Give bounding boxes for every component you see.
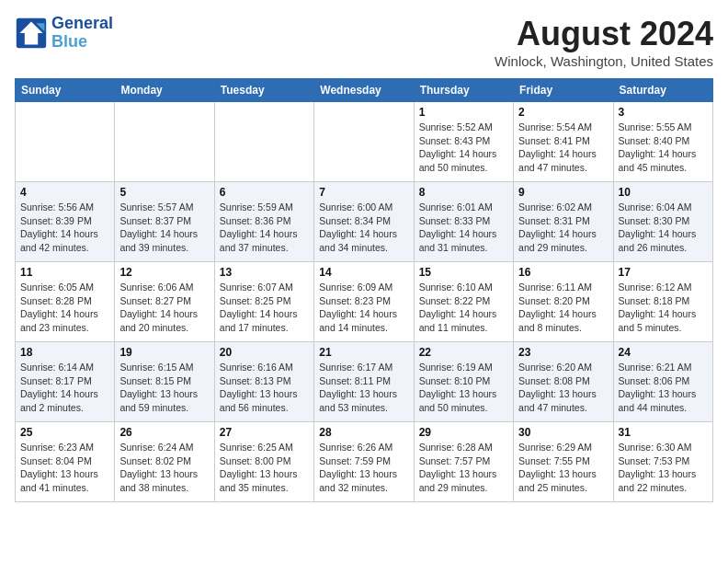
- day-number: 21: [319, 346, 408, 359]
- calendar-cell: 14Sunrise: 6:09 AMSunset: 8:23 PMDayligh…: [314, 262, 414, 342]
- calendar-cell: 23Sunrise: 6:20 AMSunset: 8:08 PMDayligh…: [514, 342, 613, 422]
- day-number: 25: [20, 426, 109, 439]
- calendar-cell: 9Sunrise: 6:02 AMSunset: 8:31 PMDaylight…: [514, 182, 613, 262]
- day-number: 13: [220, 266, 309, 279]
- day-info: Sunrise: 6:10 AMSunset: 8:22 PMDaylight:…: [419, 281, 508, 335]
- calendar-cell: 25Sunrise: 6:23 AMSunset: 8:04 PMDayligh…: [16, 422, 115, 502]
- day-number: 11: [20, 266, 109, 279]
- day-number: 8: [419, 186, 508, 199]
- day-number: 20: [220, 346, 309, 359]
- calendar-week-row: 25Sunrise: 6:23 AMSunset: 8:04 PMDayligh…: [16, 422, 713, 502]
- calendar-table: SundayMondayTuesdayWednesdayThursdayFrid…: [15, 78, 713, 502]
- day-info: Sunrise: 5:54 AMSunset: 8:41 PMDaylight:…: [518, 121, 608, 175]
- page-header: General Blue August 2024 Winlock, Washin…: [15, 15, 713, 69]
- calendar-cell: 24Sunrise: 6:21 AMSunset: 8:06 PMDayligh…: [613, 342, 712, 422]
- logo: General Blue: [15, 15, 113, 52]
- calendar-cell: 8Sunrise: 6:01 AMSunset: 8:33 PMDaylight…: [414, 182, 513, 262]
- day-info: Sunrise: 6:14 AMSunset: 8:17 PMDaylight:…: [20, 361, 109, 415]
- day-number: 17: [619, 266, 708, 279]
- day-info: Sunrise: 6:09 AMSunset: 8:23 PMDaylight:…: [319, 281, 408, 335]
- calendar-cell: 20Sunrise: 6:16 AMSunset: 8:13 PMDayligh…: [214, 342, 313, 422]
- calendar-cell: 11Sunrise: 6:05 AMSunset: 8:28 PMDayligh…: [16, 262, 115, 342]
- day-number: 23: [518, 346, 608, 359]
- calendar-week-row: 1Sunrise: 5:52 AMSunset: 8:43 PMDaylight…: [16, 102, 713, 182]
- calendar-cell: 15Sunrise: 6:10 AMSunset: 8:22 PMDayligh…: [414, 262, 513, 342]
- calendar-week-row: 18Sunrise: 6:14 AMSunset: 8:17 PMDayligh…: [16, 342, 713, 422]
- day-number: 10: [619, 186, 708, 199]
- day-info: Sunrise: 6:15 AMSunset: 8:15 PMDaylight:…: [119, 361, 209, 415]
- calendar-cell: 21Sunrise: 6:17 AMSunset: 8:11 PMDayligh…: [314, 342, 414, 422]
- logo-text: General Blue: [51, 15, 113, 52]
- day-info: Sunrise: 6:00 AMSunset: 8:34 PMDaylight:…: [319, 201, 408, 255]
- day-number: 3: [619, 106, 708, 119]
- weekday-header-row: SundayMondayTuesdayWednesdayThursdayFrid…: [16, 79, 713, 102]
- location: Winlock, Washington, United States: [495, 53, 713, 69]
- day-info: Sunrise: 6:05 AMSunset: 8:28 PMDaylight:…: [20, 281, 109, 335]
- calendar-cell: 3Sunrise: 5:55 AMSunset: 8:40 PMDaylight…: [613, 102, 712, 182]
- weekday-header: Sunday: [16, 79, 115, 102]
- day-number: 7: [319, 186, 408, 199]
- day-info: Sunrise: 6:17 AMSunset: 8:11 PMDaylight:…: [319, 361, 408, 415]
- title-block: August 2024 Winlock, Washington, United …: [495, 15, 713, 69]
- day-number: 28: [319, 426, 408, 439]
- day-info: Sunrise: 5:52 AMSunset: 8:43 PMDaylight:…: [419, 121, 508, 175]
- day-info: Sunrise: 6:06 AMSunset: 8:27 PMDaylight:…: [119, 281, 209, 335]
- calendar-cell: 27Sunrise: 6:25 AMSunset: 8:00 PMDayligh…: [214, 422, 313, 502]
- weekday-header: Friday: [514, 79, 613, 102]
- day-number: 5: [119, 186, 209, 199]
- day-info: Sunrise: 6:02 AMSunset: 8:31 PMDaylight:…: [518, 201, 608, 255]
- day-info: Sunrise: 5:57 AMSunset: 8:37 PMDaylight:…: [119, 201, 209, 255]
- day-info: Sunrise: 6:29 AMSunset: 7:55 PMDaylight:…: [518, 441, 608, 495]
- day-info: Sunrise: 6:21 AMSunset: 8:06 PMDaylight:…: [619, 361, 708, 415]
- day-number: 4: [20, 186, 109, 199]
- calendar-cell: 17Sunrise: 6:12 AMSunset: 8:18 PMDayligh…: [613, 262, 712, 342]
- weekday-header: Thursday: [414, 79, 513, 102]
- day-info: Sunrise: 5:59 AMSunset: 8:36 PMDaylight:…: [220, 201, 309, 255]
- day-number: 2: [518, 106, 608, 119]
- day-info: Sunrise: 5:56 AMSunset: 8:39 PMDaylight:…: [20, 201, 109, 255]
- day-number: 15: [419, 266, 508, 279]
- weekday-header: Tuesday: [214, 79, 313, 102]
- calendar-cell: 30Sunrise: 6:29 AMSunset: 7:55 PMDayligh…: [514, 422, 613, 502]
- day-number: 14: [319, 266, 408, 279]
- logo-icon: [15, 17, 48, 50]
- calendar-cell: 13Sunrise: 6:07 AMSunset: 8:25 PMDayligh…: [214, 262, 313, 342]
- day-info: Sunrise: 6:04 AMSunset: 8:30 PMDaylight:…: [619, 201, 708, 255]
- weekday-header: Monday: [115, 79, 214, 102]
- calendar-cell: 12Sunrise: 6:06 AMSunset: 8:27 PMDayligh…: [115, 262, 214, 342]
- calendar-cell: 19Sunrise: 6:15 AMSunset: 8:15 PMDayligh…: [115, 342, 214, 422]
- day-info: Sunrise: 6:23 AMSunset: 8:04 PMDaylight:…: [20, 441, 109, 495]
- day-number: 9: [518, 186, 608, 199]
- calendar-cell: [115, 102, 214, 182]
- calendar-cell: 1Sunrise: 5:52 AMSunset: 8:43 PMDaylight…: [414, 102, 513, 182]
- calendar-cell: 22Sunrise: 6:19 AMSunset: 8:10 PMDayligh…: [414, 342, 513, 422]
- day-info: Sunrise: 5:55 AMSunset: 8:40 PMDaylight:…: [619, 121, 708, 175]
- weekday-header: Saturday: [613, 79, 712, 102]
- calendar-cell: 28Sunrise: 6:26 AMSunset: 7:59 PMDayligh…: [314, 422, 414, 502]
- calendar-week-row: 4Sunrise: 5:56 AMSunset: 8:39 PMDaylight…: [16, 182, 713, 262]
- calendar-cell: [214, 102, 313, 182]
- day-number: 22: [419, 346, 508, 359]
- calendar-cell: 29Sunrise: 6:28 AMSunset: 7:57 PMDayligh…: [414, 422, 513, 502]
- day-number: 12: [119, 266, 209, 279]
- day-info: Sunrise: 6:25 AMSunset: 8:00 PMDaylight:…: [220, 441, 309, 495]
- day-info: Sunrise: 6:20 AMSunset: 8:08 PMDaylight:…: [518, 361, 608, 415]
- month-year: August 2024: [495, 15, 713, 53]
- calendar-cell: 18Sunrise: 6:14 AMSunset: 8:17 PMDayligh…: [16, 342, 115, 422]
- calendar-cell: [314, 102, 414, 182]
- calendar-cell: [16, 102, 115, 182]
- calendar-cell: 7Sunrise: 6:00 AMSunset: 8:34 PMDaylight…: [314, 182, 414, 262]
- day-number: 27: [220, 426, 309, 439]
- day-number: 30: [518, 426, 608, 439]
- day-info: Sunrise: 6:24 AMSunset: 8:02 PMDaylight:…: [119, 441, 209, 495]
- calendar-cell: 10Sunrise: 6:04 AMSunset: 8:30 PMDayligh…: [613, 182, 712, 262]
- calendar-cell: 26Sunrise: 6:24 AMSunset: 8:02 PMDayligh…: [115, 422, 214, 502]
- calendar-cell: 5Sunrise: 5:57 AMSunset: 8:37 PMDaylight…: [115, 182, 214, 262]
- day-number: 24: [619, 346, 708, 359]
- day-info: Sunrise: 6:28 AMSunset: 7:57 PMDaylight:…: [419, 441, 508, 495]
- day-number: 16: [518, 266, 608, 279]
- day-info: Sunrise: 6:19 AMSunset: 8:10 PMDaylight:…: [419, 361, 508, 415]
- calendar-cell: 31Sunrise: 6:30 AMSunset: 7:53 PMDayligh…: [613, 422, 712, 502]
- calendar-cell: 4Sunrise: 5:56 AMSunset: 8:39 PMDaylight…: [16, 182, 115, 262]
- day-number: 6: [220, 186, 309, 199]
